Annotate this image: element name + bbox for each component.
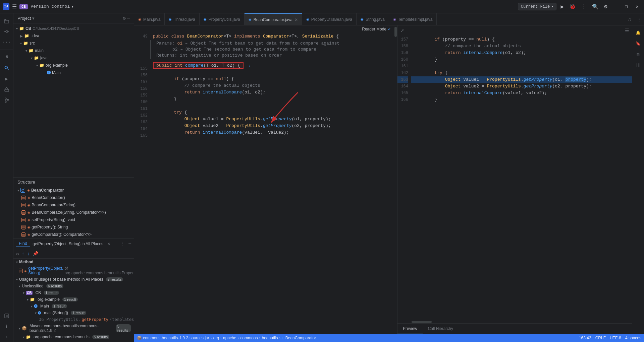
tab-thread-java[interactable]: ◉ Thread.java [165, 13, 199, 25]
sidebar-icon-git[interactable] [2, 95, 11, 105]
find-main-badge: 1 result [52, 304, 67, 308]
tab-beancomparator-java[interactable]: ◉ BeanComparator.java ✕ [245, 13, 302, 25]
current-file-button[interactable]: Current File ▾ [518, 3, 557, 10]
sidebar-icon-info[interactable]: ℹ [2, 322, 11, 331]
tree-item-main-java[interactable]: 🅒 Main [13, 69, 134, 76]
right-tab-call-hierarchy[interactable]: Call Hierarchy [423, 324, 459, 334]
struct-item-getcomparator[interactable]: m ◈ getComparator(): Comparator<?> [13, 231, 134, 238]
status-indent[interactable]: 4 spaces [625, 336, 641, 340]
find-method-section[interactable]: ▾ Method [13, 259, 134, 265]
sidebar-icon-more[interactable]: ··· [2, 38, 11, 47]
status-line-ending[interactable]: CRLF [595, 336, 606, 340]
run-button[interactable]: ▶ [559, 3, 565, 11]
status-encoding[interactable]: UTF-8 [610, 336, 621, 340]
sidebar-icon-todo[interactable] [2, 311, 11, 321]
tree-item-label: main [35, 48, 44, 53]
status-position[interactable]: 163:43 [579, 336, 591, 340]
sidebar-icon-search[interactable] [2, 63, 11, 73]
find-close-button[interactable]: ✕ [107, 241, 110, 247]
java-icon: ◉ [169, 17, 172, 21]
sidebar-icon-project[interactable] [2, 16, 11, 25]
search-everywhere-icon[interactable]: 🔍 [591, 3, 600, 11]
editor-scrollbar[interactable] [394, 25, 397, 334]
tree-item-org-example[interactable]: ▾ 📁 org.example [13, 62, 134, 69]
find-unclassified-label: Unclassified [22, 284, 44, 288]
code-content[interactable]: 49 155 156 157 158 159 160 161 162 163 1… [134, 33, 394, 334]
tab-main-java[interactable]: ◉ Main.java [134, 13, 165, 25]
project-settings-icon[interactable]: ⚙ [123, 15, 125, 21]
find-pin-icon[interactable]: 📌 [33, 251, 38, 257]
find-tab[interactable]: Find [16, 240, 30, 247]
find-usages-badge: 7 results [106, 277, 123, 281]
tree-item-java-dir[interactable]: ▾ 📁 java [13, 54, 134, 62]
find-usages-section[interactable]: ▾ Usages or usages of base method in All… [13, 276, 134, 283]
find-apache-section[interactable]: ▾ 📁 org.apache.commons.beanutils 5 resul… [13, 334, 134, 340]
find-more-button[interactable]: ⋮ [120, 241, 124, 247]
version-control-button[interactable]: Version control ▾ [31, 4, 74, 9]
right-icon-bookmarks[interactable]: 🔖 [634, 39, 643, 48]
struct-item-getproperty[interactable]: m ◈ getProperty(): String [13, 223, 134, 231]
rp-expand-icon[interactable]: ⤢ [400, 28, 404, 33]
find-up-icon[interactable]: ↑ [21, 251, 24, 257]
minimize-button[interactable]: — [611, 3, 620, 10]
right-icon-list[interactable]: ☰ [634, 60, 643, 70]
tree-item-idea[interactable]: ▶ 📁 .idea [13, 32, 134, 40]
hamburger-menu[interactable]: ☰ [12, 3, 17, 10]
status-breadcrumb[interactable]: 📦 commons-beanutils-1.9.2-sources.jar › … [137, 336, 316, 340]
tab-string-java[interactable]: ◉ String.java [357, 13, 389, 25]
find-cb-section[interactable]: ▾ CB CB 1 result [13, 289, 134, 296]
find-minimize-button[interactable]: — [128, 241, 131, 246]
tree-item-src[interactable]: ▾ 📁 src [13, 40, 134, 47]
sidebar-icon-run[interactable]: ▶ [2, 74, 11, 83]
find-method-link[interactable]: getProperty(Object, String) [28, 266, 63, 275]
find-unclassified-section[interactable]: ▾ Unclassified 6 results [13, 283, 134, 289]
debug-icon[interactable]: 🐞 [568, 3, 577, 11]
find-method-item[interactable]: m ◈ getProperty(Object, String) of org.a… [13, 265, 134, 276]
maven-icon: 📦 [22, 326, 27, 331]
struct-item-constructor2[interactable]: m ◈ BeanComparator(String) [13, 201, 134, 209]
struct-item-constructor1[interactable]: m ◈ BeanComparator() [13, 194, 134, 201]
find-org-example-section[interactable]: ▾ 📁 org.example 1 result [13, 296, 134, 303]
tab-more-button[interactable]: ⋮ [634, 17, 644, 22]
project-badge[interactable]: CB [19, 4, 28, 9]
tree-item-main-dir[interactable]: ▾ 📁 main [13, 47, 134, 54]
tab-propertyutilsbean-java[interactable]: ◉ PropertyUtilsBean.java [302, 13, 357, 25]
struct-item-beancomparator[interactable]: ▾ C ◈ BeanComparator [13, 187, 134, 194]
reader-mode-button[interactable]: Reader Mode ✓ [362, 27, 391, 31]
struct-item-setproperty[interactable]: m ◈ setProperty(String): void [13, 216, 134, 223]
tree-item-label: java [40, 56, 48, 60]
right-icon-notifications[interactable]: 🔔 [634, 28, 643, 38]
recent-files-icon[interactable]: /↕ [626, 17, 634, 22]
settings-icon[interactable]: ⚙ [603, 3, 609, 11]
find-maven-section[interactable]: ▾ 📦 Maven: commons-beanutils:commons-bea… [13, 323, 134, 334]
rp-more-icon[interactable]: ☰ [625, 28, 629, 33]
tab-templatesimpl-java[interactable]: ◉ TemplatesImpl.java [389, 13, 437, 25]
project-collapse-icon[interactable]: — [127, 15, 130, 21]
right-code-view[interactable]: 157 158 159 160 161 162 163 164 165 166 [397, 36, 632, 321]
find-down-icon[interactable]: ↓ [27, 251, 30, 257]
find-maven-label: Maven: commons-beanutils:commons-beanuti… [30, 324, 113, 333]
project-title[interactable]: Project ▾ [17, 16, 35, 21]
find-bean-section[interactable]: ▾ 🅒 BeanComparator 2 results [13, 340, 134, 342]
tab-label: Thread.java [174, 17, 195, 22]
sidebar-icon-build[interactable] [2, 85, 11, 94]
more-icon[interactable]: ⋮ [580, 3, 588, 11]
right-icon-m[interactable]: m [634, 50, 643, 59]
tab-close-button[interactable]: ✕ [294, 17, 298, 22]
find-snippet-item[interactable]: 36 PropertyUtils.getProperty(templates,"… [13, 316, 134, 323]
sidebar-icon-expand[interactable]: › [2, 333, 11, 342]
sidebar-icon-settings[interactable] [2, 53, 11, 62]
sidebar-icon-commit[interactable] [2, 27, 11, 36]
struct-item-constructor3[interactable]: m ◈ BeanComparator(String, Comparator<?>… [13, 209, 134, 216]
find-main-method-section[interactable]: ▾ 🅜 main(String[]) 1 result [13, 310, 134, 316]
tree-item-cb-root[interactable]: ▾ 📁 CB C:\Users\14341\Desktop\CB [13, 25, 134, 32]
access-icon: ◈ [24, 269, 27, 273]
close-button[interactable]: ✕ [633, 3, 641, 10]
find-refresh-icon[interactable]: ↻ [16, 251, 19, 257]
rp-scrollbar[interactable] [397, 321, 632, 323]
tab-propertyutils-java[interactable]: ◉ PropertyUtils.java [200, 13, 245, 25]
find-main-section[interactable]: ▾ 🅒 Main 1 result [13, 303, 134, 310]
restore-button[interactable]: ❐ [622, 3, 630, 10]
folder-icon: 📁 [23, 41, 28, 46]
right-tab-preview[interactable]: Preview [397, 324, 423, 334]
